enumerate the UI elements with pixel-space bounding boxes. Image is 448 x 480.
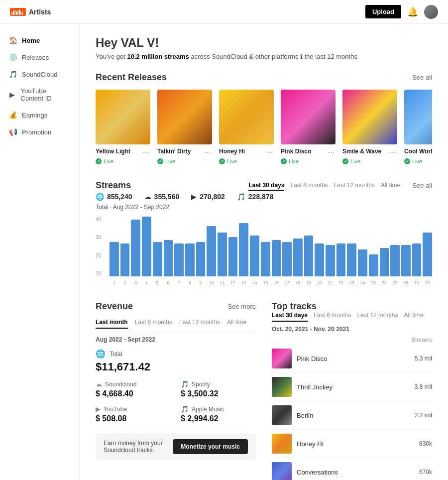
streams-time-filter[interactable]: All time	[381, 181, 400, 191]
chart-bar[interactable]	[369, 254, 378, 276]
streams-time-filter[interactable]: Last 12 months	[334, 181, 375, 191]
revenue-item: ▶ YouTube $ 508.08	[96, 405, 171, 423]
release-item[interactable]: Talkin' Dirty ··· Live	[157, 90, 212, 164]
release-info: Pink Disco ···	[281, 148, 336, 157]
revenue-see-more[interactable]: See more	[228, 303, 256, 310]
top-track-item[interactable]: Thrill Jockey 3.8 mil	[272, 373, 432, 401]
top-track-item[interactable]: Honey Hi 830k	[272, 430, 432, 458]
chart-bar[interactable]	[174, 243, 184, 276]
sidebar-label-promotion: Promotion	[22, 128, 51, 136]
chart-bar[interactable]	[110, 242, 119, 276]
releases-see-all[interactable]: See all	[412, 74, 432, 81]
release-art-image	[157, 90, 212, 144]
release-menu-dots[interactable]: ···	[265, 148, 274, 157]
top-tracks-tab[interactable]: Last 12 months	[357, 312, 398, 322]
sidebar-item-earnings[interactable]: 💰Earnings	[0, 107, 79, 123]
top-track-item[interactable]: Pink Disco 5.3 mil	[272, 345, 432, 373]
chart-bar[interactable]	[315, 243, 324, 276]
release-art-image	[219, 90, 274, 144]
chart-bar[interactable]	[347, 243, 356, 276]
streams-see-all[interactable]: See all	[412, 182, 432, 189]
rev-item-header: ▶ YouTube	[96, 405, 171, 413]
chart-bar[interactable]	[423, 233, 432, 276]
chart-bar[interactable]	[239, 223, 248, 276]
top-track-item[interactable]: Conversations 670k	[272, 458, 432, 480]
chart-bar[interactable]	[185, 243, 195, 276]
chart-bar[interactable]	[282, 242, 292, 276]
chart-bar[interactable]	[272, 240, 281, 276]
chart-bar[interactable]	[228, 237, 238, 276]
chart-x-label: 11	[218, 280, 227, 285]
sidebar-label-youtube: YouTube Content ID	[21, 87, 70, 102]
release-menu-dots[interactable]: ···	[204, 148, 212, 157]
avatar[interactable]	[424, 5, 438, 19]
page-title: Hey VAL V!	[96, 36, 432, 50]
chart-x-label: 26	[380, 280, 389, 285]
revenue-tab[interactable]: Last month	[96, 319, 128, 329]
chart-bar[interactable]	[196, 242, 206, 276]
streams-time-filter[interactable]: Last 6 months	[290, 181, 328, 191]
streams-time-filter[interactable]: Last 30 days	[248, 181, 284, 191]
chart-bar[interactable]	[304, 236, 314, 276]
sidebar-item-home[interactable]: 🏠Home	[0, 32, 79, 49]
revenue-title: Revenue	[96, 301, 133, 312]
chart-bar[interactable]	[293, 239, 303, 276]
revenue-tab[interactable]: Last 6 months	[135, 319, 172, 329]
release-status: Live	[404, 158, 432, 164]
chart-bar[interactable]	[390, 245, 400, 276]
chart-bar[interactable]	[131, 220, 140, 276]
chart-x-label: 3	[131, 280, 140, 285]
chart-x-label: 13	[239, 280, 248, 285]
chart-bar[interactable]	[218, 233, 227, 276]
release-menu-dots[interactable]: ···	[142, 148, 150, 157]
releases-section-header: Recent Releases See all	[96, 72, 432, 83]
sidebar-item-promotion[interactable]: 📢Promotion	[0, 123, 79, 140]
rev-item-header: 🎵 Apple Music	[181, 405, 256, 413]
chart-x-label: 6	[164, 280, 173, 285]
chart-bar[interactable]	[142, 217, 151, 276]
sidebar: 🏠Home💿Releases🎵SoundCloud▶YouTube Conten…	[0, 24, 80, 480]
chart-bar[interactable]	[358, 249, 367, 276]
release-menu-dots[interactable]: ···	[389, 148, 397, 157]
revenue-tab[interactable]: All time	[227, 319, 246, 329]
monetize-button[interactable]: Monetize your music	[173, 439, 248, 454]
chart-bar[interactable]	[164, 240, 173, 276]
top-tracks-tab[interactable]: All time	[404, 312, 423, 322]
release-item[interactable]: Honey Hi ··· Live	[219, 90, 274, 164]
sidebar-item-releases[interactable]: 💿Releases	[0, 49, 79, 66]
chart-bar[interactable]	[250, 236, 259, 276]
rev-platform-icon: 🎵	[181, 380, 189, 388]
chart-bar[interactable]	[326, 245, 335, 276]
chart-bar[interactable]	[120, 243, 130, 276]
upload-button[interactable]: Upload	[365, 5, 401, 18]
release-name: Honey Hi	[219, 148, 265, 155]
soundcloud-logo[interactable]: Artists	[10, 8, 51, 16]
rev-platform-icon: ☁	[96, 380, 102, 388]
chart-bar[interactable]	[380, 248, 389, 276]
top-tracks-tab[interactable]: Last 6 months	[314, 312, 351, 322]
chart-bar[interactable]	[153, 242, 162, 276]
sidebar-item-youtube[interactable]: ▶YouTube Content ID	[0, 83, 79, 107]
release-name: Smile & Wave	[342, 148, 389, 155]
chart-x-label: 7	[174, 280, 184, 285]
top-nav: Artists Upload 🔔	[0, 0, 448, 24]
release-item[interactable]: Pink Disco ··· Live	[281, 90, 336, 164]
notifications-icon[interactable]: 🔔	[407, 6, 418, 17]
release-item[interactable]: Cool World ··· Live	[404, 90, 432, 164]
chart-bar[interactable]	[401, 245, 411, 276]
chart-bar[interactable]	[412, 243, 422, 276]
chart-bar[interactable]	[336, 243, 346, 276]
release-info: Cool World ···	[404, 148, 432, 157]
top-tracks-tab[interactable]: Last 30 days	[272, 312, 308, 322]
release-item[interactable]: Yellow Light ··· Live	[96, 90, 150, 164]
sidebar-item-soundcloud[interactable]: 🎵SoundCloud	[0, 66, 79, 83]
chart-bar[interactable]	[261, 242, 270, 276]
track-art-image	[272, 434, 292, 454]
revenue-tab[interactable]: Last 12 months	[179, 319, 220, 329]
release-item[interactable]: Smile & Wave ··· Live	[342, 90, 397, 164]
chart-bar[interactable]	[207, 226, 216, 276]
stream-platform-icon: 🌐	[96, 193, 104, 201]
release-menu-dots[interactable]: ···	[327, 148, 336, 157]
rev-item-value: $ 508.08	[96, 414, 171, 423]
top-track-item[interactable]: Berlin 2.2 mil	[272, 401, 432, 430]
